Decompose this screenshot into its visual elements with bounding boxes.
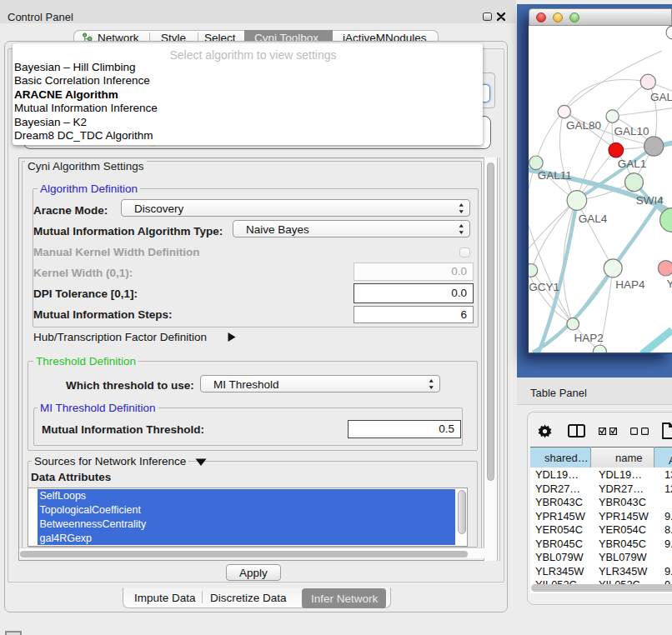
svg-text:GAL4: GAL4	[579, 212, 608, 225]
svg-text:HAP2: HAP2	[574, 332, 604, 344]
svg-text:SWI4: SWI4	[636, 194, 664, 207]
svg-text:GAL10: GAL10	[614, 125, 649, 138]
svg-text:GAL11: GAL11	[538, 169, 572, 182]
svg-text:HAP4: HAP4	[615, 278, 645, 291]
svg-text:GAL80: GAL80	[566, 119, 601, 132]
svg-text:GAL7: GAL7	[650, 91, 672, 103]
svg-text:GAL1: GAL1	[618, 158, 647, 170]
svg-text:YJ: YJ	[666, 278, 672, 290]
svg-text:GCY1: GCY1	[529, 281, 559, 293]
